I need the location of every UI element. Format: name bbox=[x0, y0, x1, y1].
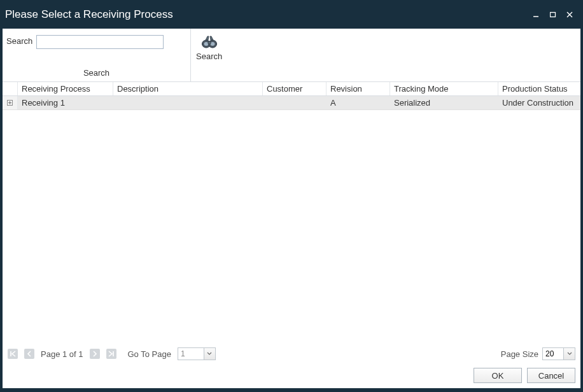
search-button[interactable]: Search bbox=[196, 34, 222, 61]
cell-receiving-process: Receiving 1 bbox=[18, 96, 113, 109]
expand-cell[interactable] bbox=[3, 96, 18, 109]
cell-tracking-mode: Serialized bbox=[390, 96, 498, 109]
pagesize-input[interactable] bbox=[542, 347, 564, 360]
search-panel: Search Search bbox=[3, 29, 191, 81]
grid-body: Receiving 1 A Serialized Under Construct… bbox=[3, 96, 580, 344]
results-grid: Receiving Process Description Customer R… bbox=[3, 81, 580, 344]
search-label: Search bbox=[6, 35, 32, 46]
dialog-footer: OK Cancel bbox=[3, 364, 580, 388]
prev-page-button[interactable] bbox=[24, 349, 34, 359]
cell-revision: A bbox=[327, 96, 390, 109]
titlebar: Please Select a Receiving Process bbox=[0, 0, 583, 29]
ok-button[interactable]: OK bbox=[474, 368, 522, 383]
cell-description bbox=[113, 96, 263, 109]
svg-rect-8 bbox=[208, 41, 211, 44]
expand-header bbox=[3, 82, 18, 95]
dialog-window: Please Select a Receiving Process Search… bbox=[0, 0, 583, 392]
plus-icon bbox=[7, 100, 13, 106]
pagesize-label: Page Size bbox=[501, 349, 538, 359]
pager: Page 1 of 1 Go To Page Page Size bbox=[3, 344, 580, 364]
search-button-label: Search bbox=[196, 52, 222, 61]
cell-customer bbox=[263, 96, 327, 109]
maximize-button[interactable] bbox=[549, 11, 557, 18]
last-page-button[interactable] bbox=[106, 349, 116, 359]
svg-rect-1 bbox=[551, 12, 556, 17]
goto-page-input[interactable] bbox=[178, 347, 204, 360]
first-page-button[interactable] bbox=[8, 349, 18, 359]
column-header-customer[interactable]: Customer bbox=[263, 82, 327, 95]
search-tab[interactable]: Search bbox=[3, 68, 190, 78]
table-row[interactable]: Receiving 1 A Serialized Under Construct… bbox=[3, 96, 580, 110]
pager-right: Page Size bbox=[501, 347, 575, 360]
column-header-tracking-mode[interactable]: Tracking Mode bbox=[390, 82, 498, 95]
pager-left: Page 1 of 1 Go To Page bbox=[8, 347, 216, 360]
goto-label: Go To Page bbox=[128, 349, 171, 359]
column-header-receiving-process[interactable]: Receiving Process bbox=[18, 82, 113, 95]
cancel-button[interactable]: Cancel bbox=[527, 368, 575, 383]
minimize-button[interactable] bbox=[533, 11, 540, 18]
close-button[interactable] bbox=[566, 11, 573, 18]
window-title: Please Select a Receiving Process bbox=[5, 8, 173, 21]
binoculars-icon bbox=[200, 34, 218, 50]
cell-production-status: Under Construction bbox=[498, 96, 580, 109]
search-input[interactable] bbox=[36, 35, 164, 49]
pagesize-dropdown-button[interactable] bbox=[564, 347, 575, 360]
chevron-down-icon bbox=[207, 352, 212, 356]
column-header-production-status[interactable]: Production Status bbox=[498, 82, 580, 95]
chevron-down-icon bbox=[567, 352, 572, 356]
grid-header: Receiving Process Description Customer R… bbox=[3, 82, 580, 96]
column-header-description[interactable]: Description bbox=[113, 82, 263, 95]
window-controls bbox=[533, 11, 573, 18]
svg-point-6 bbox=[204, 42, 208, 46]
goto-dropdown-button[interactable] bbox=[204, 347, 216, 360]
next-page-button[interactable] bbox=[90, 349, 100, 359]
svg-point-7 bbox=[210, 42, 214, 46]
client-area: Search Search bbox=[3, 29, 580, 388]
page-info: Page 1 of 1 bbox=[41, 349, 83, 359]
column-header-revision[interactable]: Revision bbox=[327, 82, 390, 95]
